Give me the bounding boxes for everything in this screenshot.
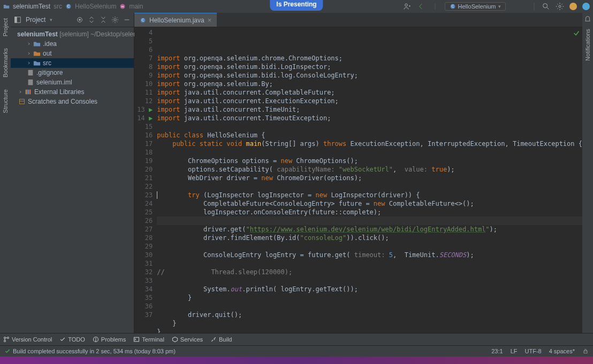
tree-root[interactable]: seleniumTest [selenium] ~/Desktop/seleni…	[11, 29, 134, 39]
check-icon	[4, 348, 11, 354]
tree-dir-idea[interactable]: .idea	[11, 39, 134, 49]
status-message: Build completed successfully in 2 sec, 5…	[13, 348, 176, 354]
line-sep[interactable]: LF	[511, 348, 518, 354]
tree-file-iml[interactable]: selenium.iml	[11, 78, 134, 87]
tree-ext-libs[interactable]: External Libraries	[11, 87, 134, 97]
toolbtn-problems[interactable]: Problems	[93, 336, 126, 343]
indent[interactable]: 4 spaces*	[549, 348, 575, 354]
toolbtn-vcs[interactable]: Version Control	[3, 336, 52, 343]
directory-icon	[33, 40, 41, 48]
scratches-icon	[18, 98, 26, 105]
problems-icon	[93, 336, 99, 343]
crumb-class[interactable]: HelloSelenium	[75, 3, 116, 10]
run-config-select[interactable]: C HelloSelenium ▾	[445, 2, 506, 11]
svg-point-16	[543, 4, 548, 8]
svg-point-23	[114, 19, 116, 21]
collapse-all-icon[interactable]	[100, 16, 107, 24]
terminal-icon	[133, 336, 140, 343]
tree-scratches[interactable]: Scratches and Consoles	[11, 97, 134, 106]
presenting-banner: Is Presenting	[270, 0, 323, 11]
svg-text:C: C	[142, 18, 145, 22]
tree-dir-out[interactable]: out	[11, 49, 134, 58]
svg-rect-33	[29, 90, 31, 95]
run-config-name: HelloSelenium	[458, 3, 496, 10]
code-editor[interactable]: 45678910111213 ▶14 ▶15161718192021222324…	[134, 27, 582, 333]
expand-all-icon[interactable]	[88, 16, 95, 24]
services-icon	[172, 336, 178, 343]
editor-area: C HelloSelenium.java × 45678910111213 ▶1…	[134, 13, 582, 333]
crumb-src[interactable]: src	[54, 3, 62, 10]
back-arrow-icon[interactable]	[417, 2, 425, 11]
crumb-method[interactable]: main	[129, 3, 143, 10]
hide-icon[interactable]	[123, 16, 131, 24]
svg-point-22	[79, 19, 81, 21]
editor-tabs: C HelloSelenium.java ×	[134, 13, 582, 27]
editor-tab-active[interactable]: C HelloSelenium.java ×	[134, 12, 217, 27]
svg-rect-29	[28, 70, 33, 76]
gear-icon[interactable]	[111, 16, 119, 24]
svg-rect-44	[134, 337, 139, 342]
sidebar-title: Project	[26, 16, 45, 24]
bell-icon[interactable]	[584, 15, 591, 22]
avatar[interactable]	[582, 3, 590, 10]
encoding[interactable]: UTF-8	[525, 348, 542, 354]
chevron-down-icon[interactable]: ▾	[50, 17, 52, 22]
svg-rect-34	[20, 99, 25, 104]
crumb-root[interactable]: seleniumTest	[13, 3, 50, 10]
users-icon[interactable]	[403, 2, 412, 11]
svg-text:C: C	[67, 4, 70, 8]
chevron-right-icon	[18, 90, 22, 94]
close-icon[interactable]: ×	[208, 16, 212, 24]
chevron-right-icon	[27, 61, 31, 65]
toolbtn-services[interactable]: Services	[172, 336, 203, 343]
divider-icon	[431, 2, 439, 11]
svg-point-40	[7, 337, 9, 339]
chevron-right-icon	[27, 51, 31, 56]
svg-point-5	[405, 4, 407, 6]
class-icon: C	[65, 3, 72, 10]
tree-file-gitignore[interactable]: .gitignore	[11, 68, 134, 78]
top-right: C HelloSelenium ▾ │	[403, 2, 590, 11]
chevron-down-icon: ▾	[498, 4, 501, 9]
caret-pos[interactable]: 23:1	[491, 348, 503, 354]
svg-line-17	[547, 7, 549, 9]
chevron-right-icon	[27, 42, 31, 46]
svg-marker-27	[34, 52, 40, 56]
notifications-tool-tab[interactable]: Notifications	[583, 27, 592, 63]
tree-dir-src[interactable]: src	[11, 58, 134, 68]
svg-rect-30	[28, 80, 33, 86]
tool-window-icon	[14, 16, 21, 24]
project-tool-tab[interactable]: Project	[1, 16, 10, 38]
search-icon[interactable]	[542, 2, 550, 11]
directory-icon	[33, 50, 41, 57]
svg-rect-31	[26, 90, 27, 95]
lock-icon[interactable]	[582, 348, 589, 354]
toolbtn-build[interactable]: Build	[210, 336, 232, 343]
svg-marker-26	[34, 42, 40, 47]
bottom-tool-bar: Version Control TODO Problems Terminal S…	[0, 333, 593, 345]
svg-point-43	[95, 340, 96, 341]
right-gutter: Notifications	[582, 13, 593, 333]
project-folder-icon	[3, 3, 10, 10]
tab-label: HelloSelenium.java	[149, 17, 204, 24]
svg-marker-0	[4, 5, 10, 9]
code[interactable]: import org.openqa.selenium.chrome.Chrome…	[157, 27, 582, 333]
project-tree[interactable]: seleniumTest [selenium] ~/Desktop/seleni…	[11, 27, 134, 109]
svg-rect-46	[584, 351, 587, 353]
footer-decoration	[0, 357, 593, 364]
main: Project Bookmarks Structure Project ▾ se…	[0, 13, 593, 333]
target-icon[interactable]	[76, 16, 83, 24]
toolbtn-todo[interactable]: TODO	[59, 336, 85, 343]
toolbtn-terminal[interactable]: Terminal	[133, 336, 164, 343]
avatar[interactable]	[569, 3, 577, 10]
file-icon	[27, 79, 34, 86]
method-icon: m	[119, 3, 126, 10]
library-icon	[25, 88, 32, 96]
structure-tool-tab[interactable]: Structure	[1, 87, 10, 115]
status-bar: Build completed successfully in 2 sec, 5…	[0, 345, 593, 357]
svg-marker-45	[172, 337, 177, 342]
class-icon: C	[450, 3, 456, 10]
settings-icon[interactable]	[556, 2, 564, 11]
svg-marker-28	[34, 61, 40, 66]
bookmarks-tool-tab[interactable]: Bookmarks	[1, 46, 10, 80]
